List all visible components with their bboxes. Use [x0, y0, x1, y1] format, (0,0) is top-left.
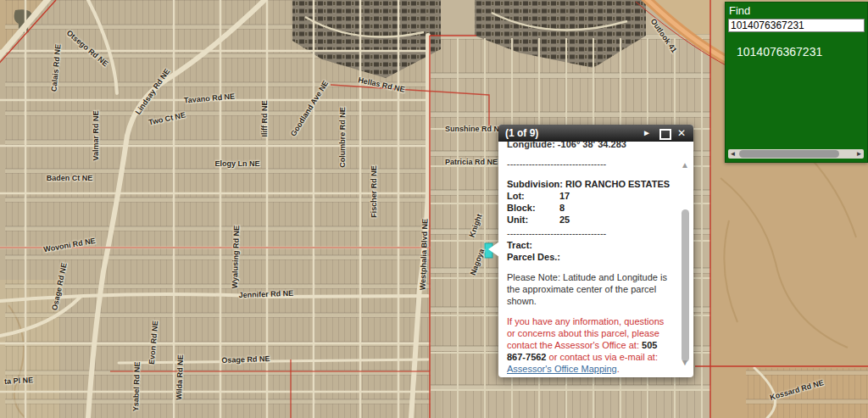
subdivision-line: Subdivision: RIO RANCHO ESTATES: [507, 178, 673, 190]
note-text: Please Note: Latitude and Longitude is t…: [507, 271, 673, 307]
parcel-info-popup: (1 of 9) ► ✕ Longitude: -106° 38' 34.283…: [498, 125, 693, 377]
find-panel-title: Find: [726, 3, 867, 19]
scroll-left-icon[interactable]: ◄: [728, 149, 737, 159]
popup-scrollbar-thumb[interactable]: [682, 209, 689, 362]
parcel-des-row: Parcel Des.:: [507, 251, 673, 263]
next-result-icon[interactable]: ►: [641, 125, 653, 142]
find-scrollbar-thumb[interactable]: [739, 150, 839, 158]
block-row: Block:8: [507, 202, 673, 214]
find-input[interactable]: [728, 19, 865, 32]
popup-pager: (1 of 9): [505, 127, 538, 139]
scroll-down-icon[interactable]: ▼: [681, 357, 689, 369]
separator-dashes: --------------------------------: [507, 158, 673, 170]
separator-dashes: --------------------------------: [507, 227, 673, 239]
scroll-right-icon[interactable]: ►: [854, 149, 864, 159]
unit-row: Unit:25: [507, 214, 673, 226]
find-result-item[interactable]: 1014076367231: [737, 45, 822, 59]
scroll-up-icon[interactable]: ▲: [681, 159, 689, 171]
lot-row: Lot:17: [507, 190, 673, 202]
tract-row: Tract:: [507, 239, 673, 251]
close-icon[interactable]: ✕: [676, 125, 687, 142]
app-window: Otsego Rd NECalais Rd NELindsay Rd NETav…: [0, 0, 868, 418]
warning-text: If you have any information, questions o…: [507, 315, 673, 374]
maximize-icon[interactable]: [659, 129, 671, 140]
popup-titlebar[interactable]: (1 of 9) ► ✕: [498, 125, 693, 142]
find-horizontal-scrollbar[interactable]: ◄ ►: [728, 149, 864, 159]
email-link[interactable]: Assessor's Office Mapping: [507, 364, 617, 374]
popup-content: Longitude: -106° 38' 34.283 ------------…: [498, 142, 693, 374]
find-panel: Find 1014076367231 ◄ ►: [725, 2, 868, 163]
longitude-line-clipped: Longitude: -106° 38' 34.283: [507, 142, 673, 151]
